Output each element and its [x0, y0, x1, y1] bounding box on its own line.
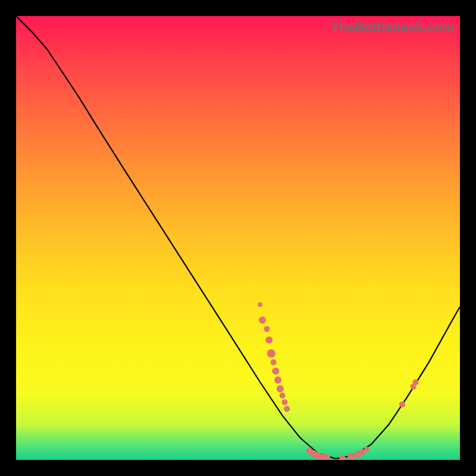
- bottleneck-curve: [16, 16, 460, 459]
- data-dot: [267, 349, 275, 358]
- data-dot: [364, 446, 369, 451]
- data-dot: [258, 302, 262, 307]
- data-dot: [359, 449, 365, 455]
- data-dot: [272, 368, 279, 375]
- chart-frame: TheBottleneck.com: [16, 16, 460, 460]
- data-dot: [281, 399, 287, 405]
- data-dot: [399, 402, 405, 408]
- data-dot: [264, 326, 270, 332]
- chart-svg: [16, 16, 460, 460]
- data-dot: [271, 359, 277, 365]
- data-dot: [284, 406, 290, 412]
- data-dot: [277, 386, 284, 393]
- data-dot: [339, 455, 345, 460]
- data-dot: [347, 453, 355, 460]
- data-dot: [259, 317, 266, 324]
- data-dot: [280, 393, 286, 399]
- data-dot: [412, 380, 418, 386]
- data-dots: [258, 302, 418, 460]
- data-dot: [265, 337, 273, 344]
- data-dot: [274, 377, 281, 384]
